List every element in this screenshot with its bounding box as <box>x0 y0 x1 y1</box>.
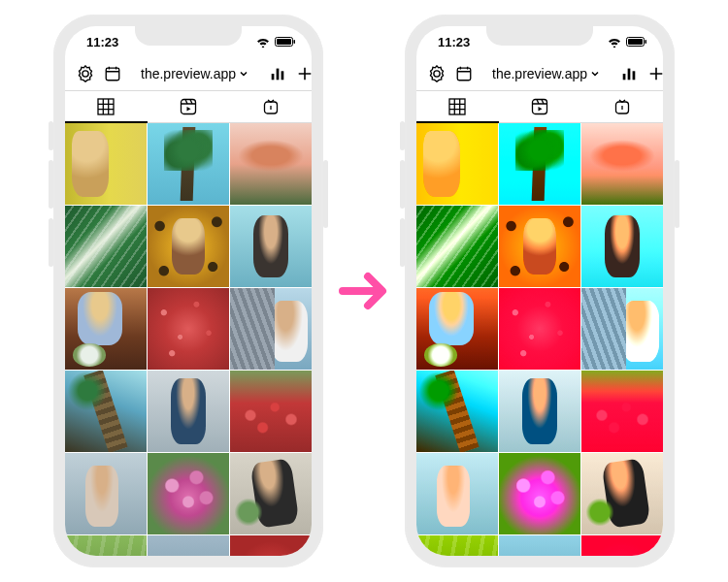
svg-rect-23 <box>645 40 647 44</box>
grid-cell[interactable] <box>148 453 229 534</box>
grid-cell[interactable] <box>499 371 580 452</box>
grid-cell[interactable] <box>65 123 147 205</box>
grid-cell[interactable] <box>499 535 580 556</box>
analytics-icon[interactable] <box>620 65 638 82</box>
account-dropdown[interactable]: the.preview.app <box>141 66 249 81</box>
analytics-icon[interactable] <box>269 65 286 82</box>
grid-cell[interactable] <box>148 206 229 287</box>
grid-cell[interactable] <box>581 123 663 205</box>
account-handle-label: the.preview.app <box>141 66 236 81</box>
grid-cell[interactable] <box>499 206 580 287</box>
side-button <box>400 160 405 209</box>
grid-cell[interactable] <box>230 453 312 534</box>
top-toolbar: the.preview.app <box>65 57 312 90</box>
view-tabs <box>416 90 663 123</box>
grid-cell[interactable] <box>581 535 663 556</box>
side-button <box>323 160 328 228</box>
top-toolbar: the.preview.app <box>416 57 663 90</box>
svg-line-17 <box>185 100 187 105</box>
grid-cell[interactable] <box>230 206 312 287</box>
svg-rect-36 <box>533 100 547 114</box>
svg-rect-29 <box>628 69 631 81</box>
grid-cell[interactable] <box>499 288 580 370</box>
wifi-icon <box>255 36 271 48</box>
grid-cell[interactable] <box>148 288 229 370</box>
calendar-icon[interactable] <box>104 65 121 82</box>
grid-cell[interactable] <box>416 123 498 205</box>
plus-icon[interactable] <box>296 65 312 82</box>
grid-icon <box>448 98 466 115</box>
grid-cell[interactable] <box>148 123 229 205</box>
gear-icon[interactable] <box>428 65 446 82</box>
gear-icon[interactable] <box>77 65 94 82</box>
tab-grid[interactable] <box>416 91 499 122</box>
grid-icon <box>97 98 115 115</box>
account-dropdown[interactable]: the.preview.app <box>492 66 601 81</box>
grid-cell[interactable] <box>148 535 229 556</box>
side-button <box>49 218 53 267</box>
battery-icon <box>275 36 296 48</box>
tab-reels[interactable] <box>148 91 230 122</box>
tab-igtv[interactable] <box>580 91 663 122</box>
grid-cell[interactable] <box>148 371 229 452</box>
grid-cell[interactable] <box>230 535 312 556</box>
calendar-icon[interactable] <box>455 65 473 82</box>
chevron-down-icon <box>238 68 249 80</box>
svg-rect-15 <box>182 100 196 114</box>
grid-cell[interactable] <box>65 288 147 370</box>
svg-line-18 <box>190 100 192 105</box>
grid-cell[interactable] <box>499 453 580 534</box>
svg-rect-7 <box>272 74 275 80</box>
svg-rect-28 <box>623 74 626 80</box>
wifi-icon <box>607 36 622 48</box>
side-button <box>400 121 405 150</box>
grid-cell[interactable] <box>230 288 312 370</box>
igtv-icon <box>262 98 280 115</box>
grid-cell[interactable] <box>65 206 147 287</box>
svg-rect-30 <box>633 71 636 80</box>
tab-reels[interactable] <box>499 91 581 122</box>
grid-cell[interactable] <box>581 288 663 370</box>
feed-grid[interactable] <box>65 123 312 556</box>
grid-cell[interactable] <box>416 371 498 452</box>
grid-cell[interactable] <box>65 453 147 534</box>
svg-rect-31 <box>449 99 465 114</box>
igtv-icon <box>613 98 631 115</box>
status-time: 11:23 <box>86 35 118 49</box>
arrow-right-icon <box>337 269 391 313</box>
svg-rect-10 <box>98 99 114 114</box>
phone-before: 11:23 the.preview.app <box>53 15 323 567</box>
battery-icon <box>626 36 647 48</box>
status-time: 11:23 <box>438 35 470 49</box>
tab-igtv[interactable] <box>229 91 312 122</box>
side-button <box>675 160 679 228</box>
side-button <box>49 121 53 150</box>
grid-cell[interactable] <box>65 371 147 452</box>
account-handle-label: the.preview.app <box>492 66 587 81</box>
grid-cell[interactable] <box>416 206 498 287</box>
grid-cell[interactable] <box>230 123 312 205</box>
grid-cell[interactable] <box>65 535 147 556</box>
grid-cell[interactable] <box>230 371 312 452</box>
grid-cell[interactable] <box>581 453 663 534</box>
tab-grid[interactable] <box>65 91 148 122</box>
reels-icon <box>180 98 197 115</box>
grid-cell[interactable] <box>581 371 663 452</box>
plus-icon[interactable] <box>647 65 663 82</box>
svg-line-39 <box>542 100 544 105</box>
grid-cell[interactable] <box>581 206 663 287</box>
view-tabs <box>65 90 312 123</box>
svg-rect-3 <box>106 68 119 81</box>
feed-grid[interactable] <box>416 123 663 556</box>
chevron-down-icon <box>589 68 601 80</box>
svg-rect-8 <box>277 69 280 81</box>
grid-cell[interactable] <box>416 453 498 534</box>
grid-cell[interactable] <box>416 535 498 556</box>
svg-rect-24 <box>457 68 471 81</box>
phone-notch <box>486 26 593 46</box>
grid-cell[interactable] <box>499 123 580 205</box>
phone-notch <box>135 26 242 46</box>
phone-after: 11:23 the.preview.app <box>405 15 675 567</box>
svg-rect-2 <box>294 40 296 44</box>
grid-cell[interactable] <box>416 288 498 370</box>
